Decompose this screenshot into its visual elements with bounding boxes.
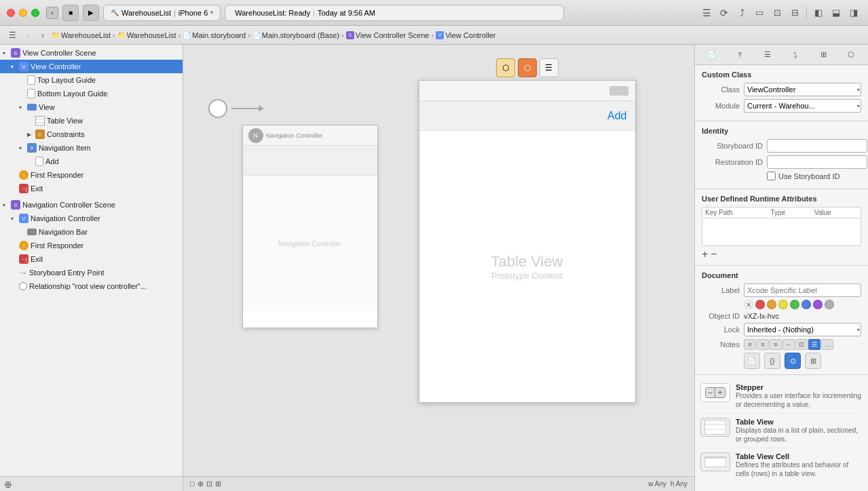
inspector-tab-connections[interactable]: ⬡ (844, 47, 858, 62)
tree-item-exit[interactable]: →| Exit (0, 182, 183, 195)
storyboard-id-input[interactable] (767, 139, 867, 153)
object-id-row: Object ID vXZ-lx-hvc (702, 312, 861, 320)
bc-item-5[interactable]: S View Controller Scene (346, 31, 430, 39)
color-red[interactable] (755, 300, 765, 309)
left-bottom-icon[interactable]: ⊕ (4, 479, 12, 490)
canvas-bottom-bar: □ ⊕ ⊡ ⊞ w Any h Any (183, 476, 694, 491)
jump-icon[interactable]: ⤴ (734, 5, 749, 20)
tree-item-bottom-layout[interactable]: Bottom Layout Guide (0, 87, 183, 100)
doc-icon-1[interactable]: 📄 (744, 353, 760, 369)
color-green[interactable] (790, 300, 799, 309)
tree-item-first-responder[interactable]: ! First Responder (0, 168, 183, 182)
panel-toggle-icon[interactable]: ☰ (699, 5, 714, 20)
notes-icon-4[interactable]: -- (782, 339, 795, 350)
doc-icon-3[interactable]: ⊙ (785, 353, 801, 369)
tree-item-view[interactable]: ▾ View (0, 100, 183, 114)
close-button[interactable] (7, 9, 15, 17)
tree-item-exit2[interactable]: →| Exit (0, 252, 183, 266)
tree-item-nav-scene[interactable]: ▾ S Navigation Controller Scene (0, 198, 183, 212)
canvas-btn-3[interactable]: ☰ (540, 58, 559, 77)
identity-section: Identity Storyboard ID Restoration ID Us… (695, 121, 868, 189)
canvas-btn-2[interactable]: ⬡ (518, 58, 537, 77)
bc-item-3[interactable]: 📄 Main.storyboard (183, 31, 246, 39)
tree-item-nav-controller[interactable]: ▾ V Navigation Controller (0, 212, 183, 225)
inspector-tab-file[interactable]: 📄 (704, 47, 719, 62)
canvas-icon-2[interactable]: ⊕ (197, 479, 204, 488)
tree-item-relationship[interactable]: Relationship "root view controller"... (0, 279, 183, 293)
canvas-scroll[interactable]: N Navigation Controller Navigation Contr… (183, 45, 694, 476)
inspector-tab-help[interactable]: ? (732, 47, 747, 62)
notes-icon-2[interactable]: ≡ (757, 339, 769, 350)
add-attribute-button[interactable]: + (702, 249, 708, 260)
bc-item-4[interactable]: 📄 Main.storyboard (Base) (252, 31, 339, 39)
scheme-selector[interactable]: 🔨 WarehouseList | iPhone 6 ▾ (103, 5, 221, 21)
label-input[interactable] (744, 283, 861, 297)
notes-icon-3[interactable]: ≡ (770, 339, 782, 350)
library-item-table-view-cell[interactable]: Table View Cell Defines the attributes a… (700, 448, 863, 482)
nav-back-icon[interactable]: ‹ (46, 7, 58, 19)
tree-item-top-layout[interactable]: Top Layout Guide (0, 73, 183, 87)
size-any-h[interactable]: h Any (671, 480, 687, 488)
bottom-panel-toggle[interactable]: ⬓ (829, 5, 844, 20)
left-panel-toggle[interactable]: ◧ (811, 5, 826, 20)
canvas-btn-1[interactable]: ⬡ (496, 58, 515, 77)
add-button[interactable]: Add (607, 110, 626, 122)
tree-item-first-responder2[interactable]: ! First Responder (0, 239, 183, 252)
assistant-editor-icon[interactable]: ⊡ (770, 5, 785, 20)
notes-icon-7[interactable]: … (821, 339, 833, 350)
library-item-table-view[interactable]: Table View Displays data in a list of pl… (700, 414, 863, 448)
tree-item-add[interactable]: Add (0, 155, 183, 168)
back-nav-icon[interactable]: ‹ (22, 29, 34, 41)
canvas-icon-4[interactable]: ⊞ (215, 479, 221, 488)
object-id-value: vXZ-lx-hvc (744, 312, 779, 320)
remove-attribute-button[interactable]: − (711, 249, 717, 260)
tree-item-table-view[interactable]: Table View (0, 114, 183, 127)
color-orange[interactable] (767, 300, 776, 309)
bc-item-6[interactable]: V View Controller (436, 31, 495, 39)
color-purple[interactable] (813, 300, 823, 309)
tree-item-nav-item[interactable]: ▾ ≡ Navigation Item (0, 141, 183, 155)
lock-select[interactable]: Inherited - (Nothing) (744, 323, 861, 336)
doc-icon-4[interactable]: ⊞ (805, 353, 821, 369)
notes-icon-6[interactable]: ☰ (808, 339, 820, 350)
tree-item-nav-bar[interactable]: Navigation Bar (0, 225, 183, 239)
play-button[interactable]: ▶ (83, 5, 99, 21)
color-x-button[interactable]: ✕ (744, 300, 753, 309)
size-any-w[interactable]: w Any (648, 480, 666, 488)
breakpoint-icon[interactable]: ⟳ (717, 5, 732, 20)
color-yellow[interactable] (778, 300, 788, 309)
tree-item-entry-point[interactable]: → Storyboard Entry Point (0, 266, 183, 279)
notes-row: Notes ≡ ≡ ≡ -- ⊡ ☰ … (702, 339, 861, 350)
color-blue[interactable] (801, 300, 811, 309)
editor-split-icon[interactable]: ▭ (752, 5, 767, 20)
stop-button[interactable]: ■ (62, 5, 79, 21)
bc-item-1[interactable]: 📁 WarehouseList (52, 31, 111, 39)
tree-item-vc[interactable]: ▾ V View Controller (0, 60, 183, 73)
canvas-icon-1[interactable]: □ (190, 479, 195, 488)
tree-item-vc-scene[interactable]: ▾ S View Controller Scene (0, 46, 183, 60)
class-input[interactable] (744, 83, 861, 96)
library-item-stepper[interactable]: − + Stepper Provides a user interface fo… (700, 379, 863, 414)
right-panel-toggle[interactable]: ◨ (846, 5, 861, 20)
maximize-button[interactable] (31, 9, 39, 17)
inspector-tab-size[interactable]: ⊞ (816, 47, 831, 62)
tree-item-constraints[interactable]: ▶ C Constraints (0, 127, 183, 141)
bc-item-2[interactable]: 📁 WarehouseList (117, 31, 176, 39)
canvas-icon-3[interactable]: ⊡ (206, 479, 212, 488)
sidebar-toggle-icon[interactable]: ☰ (5, 28, 19, 42)
forward-nav-icon[interactable]: › (37, 29, 49, 41)
restoration-id-label: Restoration ID (702, 158, 763, 166)
doc-icon-2[interactable]: {} (764, 353, 780, 369)
notes-icon-5[interactable]: ⊡ (795, 339, 808, 350)
version-editor-icon[interactable]: ⊟ (787, 5, 802, 20)
use-storyboard-checkbox[interactable] (767, 172, 776, 180)
restoration-id-input[interactable] (767, 155, 867, 169)
color-gray[interactable] (825, 300, 834, 309)
inspector-tab-attrs[interactable]: ⤵ (788, 47, 803, 62)
class-dropdown-icon[interactable]: ▾ (857, 87, 860, 93)
user-defined-title: User Defined Runtime Attributes (702, 195, 861, 203)
inspector-tab-identity[interactable]: ☰ (760, 47, 775, 62)
module-select[interactable]: Current - Warehou... (744, 99, 861, 113)
minimize-button[interactable] (19, 9, 27, 17)
notes-icon-1[interactable]: ≡ (744, 339, 756, 350)
